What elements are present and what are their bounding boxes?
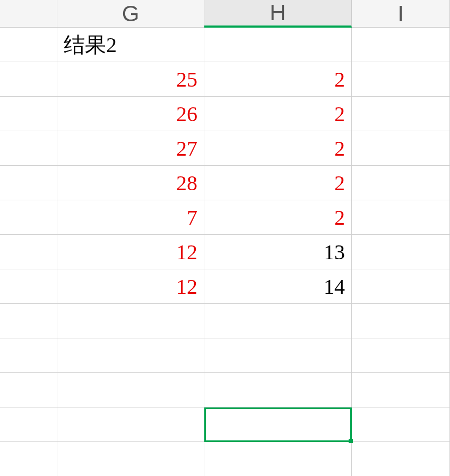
- row-spacer: [0, 269, 57, 304]
- cell-i-11[interactable]: [352, 407, 450, 442]
- row-spacer: [0, 28, 57, 62]
- data-row: 1214: [0, 269, 450, 304]
- cell-i-10[interactable]: [352, 373, 450, 407]
- cell-h-9[interactable]: [204, 338, 352, 373]
- data-row: 72: [0, 200, 450, 235]
- column-header-g[interactable]: G: [57, 0, 204, 28]
- cell-g-8[interactable]: [57, 304, 204, 338]
- cell-g-12[interactable]: [57, 442, 204, 476]
- cell-value: 12: [176, 274, 197, 299]
- cell-value: 28: [176, 171, 197, 196]
- cell-value: 25: [176, 67, 197, 92]
- cell-g-9[interactable]: [57, 338, 204, 373]
- cell-i-6[interactable]: [352, 235, 450, 269]
- data-row: [0, 304, 450, 338]
- data-row: 1213: [0, 235, 450, 269]
- row-spacer: [0, 166, 57, 200]
- cell-i-7[interactable]: [352, 269, 450, 304]
- cell-i-8[interactable]: [352, 304, 450, 338]
- cell-g-11[interactable]: [57, 407, 204, 442]
- cell-g-4[interactable]: 28: [57, 166, 204, 200]
- row-spacer: [0, 235, 57, 269]
- cell-i-12[interactable]: [352, 442, 450, 476]
- cell-value: 2: [334, 205, 345, 230]
- row-spacer: [0, 407, 57, 442]
- column-header-h[interactable]: H: [204, 0, 352, 28]
- cell-value: 14: [324, 274, 345, 299]
- cell-g-6[interactable]: 12: [57, 235, 204, 269]
- cell-value: 13: [324, 240, 345, 265]
- data-row: 272: [0, 131, 450, 166]
- cell-g-7[interactable]: 12: [57, 269, 204, 304]
- cell-h-10[interactable]: [204, 373, 352, 407]
- cell-g-1[interactable]: 25: [57, 62, 204, 97]
- cell-i-0[interactable]: [352, 28, 450, 62]
- row-spacer: [0, 304, 57, 338]
- cell-i-5[interactable]: [352, 200, 450, 235]
- data-row: [0, 442, 450, 476]
- cell-value: 7: [187, 205, 197, 230]
- cell-value: 2: [334, 101, 345, 126]
- cell-g-3[interactable]: 27: [57, 131, 204, 166]
- cell-h-0[interactable]: [204, 28, 352, 62]
- cell-value: 27: [176, 136, 197, 161]
- row-spacer: [0, 97, 57, 131]
- cell-h-3[interactable]: 2: [204, 131, 352, 166]
- row-spacer: [0, 62, 57, 97]
- cell-h-7[interactable]: 14: [204, 269, 352, 304]
- cell-i-4[interactable]: [352, 166, 450, 200]
- cell-g-0[interactable]: 结果2: [57, 28, 204, 62]
- row-spacer: [0, 338, 57, 373]
- cell-h-5[interactable]: 2: [204, 200, 352, 235]
- cell-h-8[interactable]: [204, 304, 352, 338]
- data-row: 282: [0, 166, 450, 200]
- row-spacer: [0, 373, 57, 407]
- cell-value: 2: [334, 136, 345, 161]
- cell-h-1[interactable]: 2: [204, 62, 352, 97]
- column-header-row: G H I: [0, 0, 450, 28]
- cell-value: 2: [334, 171, 345, 196]
- cell-i-2[interactable]: [352, 97, 450, 131]
- row-spacer: [0, 131, 57, 166]
- cell-g-2[interactable]: 26: [57, 97, 204, 131]
- row-spacer: [0, 442, 57, 476]
- row-spacer: [0, 200, 57, 235]
- cell-h-12[interactable]: [204, 442, 352, 476]
- data-row: 252: [0, 62, 450, 97]
- cell-value: 结果2: [64, 30, 117, 60]
- cell-i-9[interactable]: [352, 338, 450, 373]
- data-row: 结果2: [0, 28, 450, 62]
- cell-i-3[interactable]: [352, 131, 450, 166]
- cell-i-1[interactable]: [352, 62, 450, 97]
- data-row: 262: [0, 97, 450, 131]
- cell-value: 12: [176, 240, 197, 265]
- cell-h-11[interactable]: [204, 407, 352, 442]
- cell-g-5[interactable]: 7: [57, 200, 204, 235]
- data-row: [0, 338, 450, 373]
- cell-g-10[interactable]: [57, 373, 204, 407]
- cell-value: 2: [334, 67, 345, 92]
- cell-h-2[interactable]: 2: [204, 97, 352, 131]
- column-header-i[interactable]: I: [352, 0, 450, 28]
- spreadsheet-grid: G H I 结果22522622722827212131214: [0, 0, 450, 476]
- data-row: [0, 407, 450, 442]
- cell-value: 26: [176, 101, 197, 126]
- cell-h-6[interactable]: 13: [204, 235, 352, 269]
- header-spacer: [0, 0, 57, 28]
- data-row: [0, 373, 450, 407]
- cell-h-4[interactable]: 2: [204, 166, 352, 200]
